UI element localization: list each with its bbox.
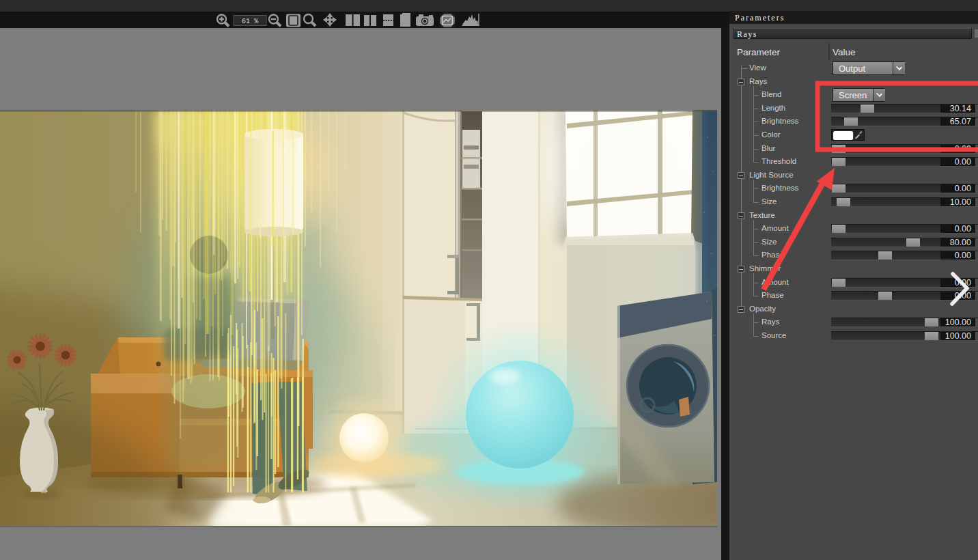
svg-text:61 %: 61 % [242,18,258,25]
